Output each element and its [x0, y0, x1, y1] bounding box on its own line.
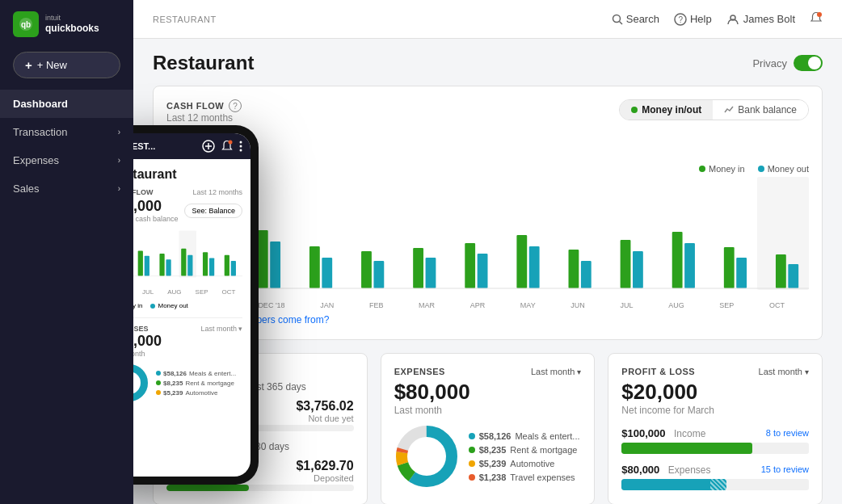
- phone-app-name: REST...: [133, 141, 155, 151]
- svg-rect-20: [322, 258, 332, 288]
- privacy-toggle-area: Privacy: [752, 55, 823, 71]
- expenses-progress-bar: [621, 479, 809, 490]
- phone-expenses-label: EXPENSES: [133, 325, 149, 333]
- privacy-label: Privacy: [752, 57, 787, 69]
- chart-line-icon: [724, 105, 734, 115]
- expenses-donut-chart: [394, 424, 459, 489]
- deposited-amount: $1,629.70: [296, 459, 353, 473]
- expenses-period-dropdown[interactable]: Last month ▾: [531, 367, 581, 376]
- notdue-amount: $3,756.02: [296, 399, 353, 414]
- svg-rect-34: [684, 243, 695, 288]
- pl-expenses-label: Expenses: [668, 464, 711, 476]
- mobile-phone-overlay: REST... Restaurant CASH FLOW Last 12 mon…: [133, 125, 259, 485]
- phone-more-icon[interactable]: [239, 140, 242, 153]
- svg-rect-27: [516, 235, 527, 288]
- expense-item-meals: $58,126 Meals & entert...: [469, 431, 580, 441]
- legend-money-out: Money out: [758, 164, 809, 174]
- svg-rect-21: [361, 251, 372, 288]
- income-progress-bar: [621, 443, 809, 454]
- phone-cashflow-section: CASH FLOW Last 12 months $10,000 Current…: [133, 188, 242, 223]
- income-review-link[interactable]: 8 to review: [766, 428, 809, 438]
- help-button[interactable]: ? Help: [674, 13, 712, 26]
- svg-point-54: [240, 145, 242, 148]
- svg-rect-66: [209, 258, 214, 275]
- search-button[interactable]: Search: [612, 13, 659, 25]
- logo-text: intuit quickbooks: [45, 14, 99, 34]
- phone-chart-svg: [133, 228, 242, 280]
- phone-title: Restaurant: [133, 167, 242, 182]
- chevron-right-icon: ›: [118, 156, 120, 165]
- phone-content: Restaurant CASH FLOW Last 12 months $10,…: [133, 159, 250, 477]
- svg-rect-29: [569, 250, 579, 288]
- topbar: RESTAURANT Search ? Help James Bolt: [133, 0, 842, 39]
- deposited-progress-bar: [166, 485, 354, 491]
- svg-rect-38: [788, 264, 798, 288]
- notdue-label: Not due yet: [296, 414, 353, 423]
- chevron-right-icon: ›: [118, 184, 120, 193]
- sidebar-item-dashboard[interactable]: Dashboard: [0, 90, 133, 118]
- pl-income-row: $100,000 Income 8 to review: [621, 426, 809, 454]
- expenses-items-list: $58,126 Meals & entert... $8,235 Rent & …: [469, 431, 580, 482]
- svg-rect-19: [309, 246, 320, 288]
- svg-rect-61: [166, 259, 171, 276]
- phone-bell-icon[interactable]: [221, 140, 233, 153]
- expenses-sub: Last month: [394, 405, 582, 416]
- phone-expenses-sub: Last month: [133, 350, 242, 358]
- svg-rect-67: [225, 255, 229, 276]
- cashflow-period: Last 12 months: [166, 112, 259, 124]
- svg-rect-26: [478, 254, 488, 288]
- user-icon: [726, 13, 739, 26]
- svg-rect-30: [581, 261, 592, 288]
- deposited-label: Deposited: [296, 473, 353, 483]
- income-amount: $100,000: [621, 427, 665, 439]
- chevron-right-icon: ›: [118, 128, 120, 136]
- privacy-toggle[interactable]: [794, 55, 823, 71]
- svg-point-52: [229, 141, 233, 145]
- sidebar-item-expenses[interactable]: Expenses ›: [0, 146, 133, 174]
- sidebar-item-sales[interactable]: Sales ›: [0, 174, 133, 203]
- cashflow-label: CASH FLOW: [166, 101, 224, 111]
- cashflow-info-icon[interactable]: ?: [229, 99, 242, 112]
- phone-screen: REST... Restaurant CASH FLOW Last 12 mon…: [133, 133, 250, 477]
- phone-cashflow-amount: $10,000: [133, 198, 179, 215]
- expenses-label: EXPENSES: [394, 367, 445, 376]
- cashflow-chart: $25K $20K $15K $10K $5K 0: [166, 177, 809, 309]
- breadcrumb: RESTAURANT: [153, 15, 217, 24]
- svg-rect-68: [231, 261, 236, 276]
- phone-see-balance-btn[interactable]: See: Balance: [184, 204, 242, 218]
- page-header: Restaurant Privacy: [153, 52, 823, 74]
- svg-rect-35: [724, 247, 735, 288]
- svg-point-55: [240, 149, 242, 152]
- pl-sub: Net income for March: [621, 405, 809, 416]
- new-button[interactable]: + + New: [13, 52, 120, 78]
- main-content: RESTAURANT Search ? Help James Bolt Rest…: [133, 0, 842, 504]
- expenses-amount: $80,000: [394, 380, 582, 405]
- notifications-button[interactable]: [810, 11, 823, 27]
- bell-icon: [810, 11, 823, 24]
- qb-logo-svg: qb: [18, 16, 34, 32]
- svg-rect-33: [672, 232, 683, 288]
- svg-rect-63: [181, 249, 186, 276]
- sidebar-item-transaction[interactable]: Transaction ›: [0, 118, 133, 146]
- svg-point-2: [613, 15, 620, 22]
- svg-rect-59: [145, 256, 149, 276]
- bank-balance-toggle[interactable]: Bank balance: [713, 100, 808, 120]
- phone-expenses-section: EXPENSES Last month ▾ $80,000 Last month: [133, 317, 242, 403]
- phone-cashflow-sub: Current cash balance: [133, 215, 179, 223]
- svg-point-7: [817, 12, 822, 17]
- cashflow-chart-svg: $25K $20K $15K $10K $5K 0: [166, 177, 809, 298]
- income-label: Income: [674, 428, 705, 439]
- money-inout-toggle[interactable]: Money in/out: [620, 100, 713, 120]
- svg-line-3: [619, 21, 622, 24]
- phone-add-icon[interactable]: [202, 140, 215, 153]
- new-label: + New: [37, 59, 67, 71]
- svg-rect-64: [187, 255, 192, 276]
- user-menu-button[interactable]: James Bolt: [726, 13, 795, 26]
- expenses-review-link[interactable]: 15 to review: [761, 464, 809, 474]
- sidebar: qb intuit quickbooks + + New Dashboard T…: [0, 0, 133, 504]
- svg-rect-22: [373, 261, 384, 288]
- expenses-card: EXPENSES Last month ▾ $80,000 Last month: [381, 353, 596, 504]
- svg-text:qb: qb: [21, 20, 31, 29]
- svg-rect-23: [413, 248, 423, 288]
- pl-period-dropdown[interactable]: Last month ▾: [759, 367, 809, 376]
